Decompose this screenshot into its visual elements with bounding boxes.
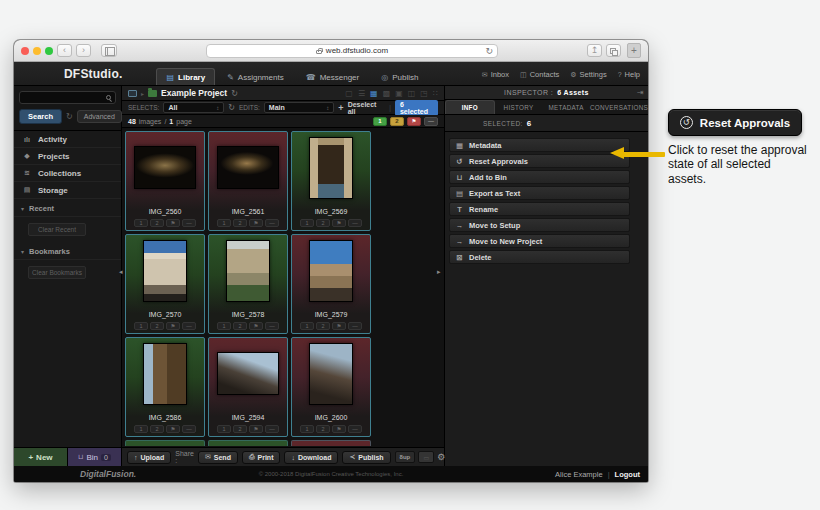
refresh-icon[interactable]: ↻ [231,89,238,98]
approve-2-button[interactable]: 2 [150,219,164,227]
approve-1-button[interactable]: 1 [217,425,231,433]
reject-button[interactable]: — [348,322,362,330]
asset-card-partial[interactable] [125,440,205,446]
collapse-inspector-handle[interactable]: ▸ [437,268,441,276]
eightup-layout-button[interactable]: 8up [395,451,416,463]
new-tab-button[interactable]: + [627,43,641,58]
asset-thumbnail[interactable] [217,146,279,189]
zoom-window-button[interactable] [45,47,53,55]
asset-card-img-2561[interactable]: IMG_2561 12⚑— [208,131,288,231]
sidebar-item-collections[interactable]: ≋Collections [14,165,121,182]
approve-1-button[interactable]: 1 [217,219,231,227]
selected-count-badge[interactable]: 6 selected [395,100,438,116]
menu-item-move-to-setup[interactable]: →Move to Setup [449,218,630,232]
asset-card-img-2600[interactable]: IMG_2600 12⚑— [291,337,371,437]
filter-approved-1-button[interactable]: 1 [373,117,387,126]
workspace-icon[interactable] [128,90,137,97]
flag-button[interactable]: ⚑ [249,219,263,227]
logout-link[interactable]: Logout [615,470,640,479]
asset-card-img-2579[interactable]: IMG_2579 12⚑— [291,234,371,334]
asset-thumbnail[interactable] [309,137,353,199]
asset-thumbnail[interactable] [309,240,353,302]
sidebar-toggle-icon[interactable] [101,44,117,57]
reject-button[interactable]: — [182,219,196,227]
sidebar-item-activity[interactable]: ılıActivity [14,131,121,148]
search-button[interactable]: Search [19,109,62,124]
menu-item-move-to-new-project[interactable]: →Move to New Project [449,234,630,248]
selects-refresh-icon[interactable]: ↻ [228,103,235,112]
download-button[interactable]: ↓Download [284,451,338,464]
settings-link[interactable]: ⚙Settings [570,70,606,79]
tab-library[interactable]: ▤ Library [156,68,215,85]
flag-button[interactable]: ⚑ [166,219,180,227]
approve-2-button[interactable]: 2 [233,425,247,433]
reject-button[interactable]: — [265,425,279,433]
inbox-link[interactable]: ✉Inbox [482,70,509,79]
approve-1-button[interactable]: 1 [300,322,314,330]
approve-1-button[interactable]: 1 [134,425,148,433]
forward-button[interactable]: › [76,44,91,57]
approve-1-button[interactable]: 1 [134,219,148,227]
asset-thumbnail[interactable] [143,343,187,405]
share-button[interactable]: ↥ [587,44,602,57]
help-link[interactable]: ?Help [618,70,640,79]
bookmarks-section-header[interactable]: ▾Bookmarks [14,244,121,260]
filter-approved-2-button[interactable]: 2 [390,117,404,126]
approve-2-button[interactable]: 2 [150,322,164,330]
recent-section-header[interactable]: ▾Recent [14,201,121,217]
collapse-panel-icon[interactable]: ⇥ [637,88,644,97]
clear-recent-button[interactable]: Clear Recent [28,223,86,236]
filter-rejected-button[interactable]: — [424,117,438,126]
reject-button[interactable]: — [348,219,362,227]
reload-icon[interactable]: ↻ [485,46,493,56]
new-project-button[interactable]: +New [14,448,68,466]
tab-info[interactable]: INFO [445,100,495,114]
asset-card-img-2570[interactable]: IMG_2570 12⚑— [125,234,205,334]
tab-metadata[interactable]: METADATA [542,100,590,114]
sidebar-item-projects[interactable]: ◆Projects [14,148,121,165]
flag-button[interactable]: ⚑ [332,425,346,433]
menu-item-rename[interactable]: TRename [449,202,630,216]
asset-thumbnail[interactable] [217,352,279,395]
tab-messenger[interactable]: ☎ Messenger [296,68,370,85]
flag-button[interactable]: ⚑ [166,322,180,330]
print-button[interactable]: ⎙Print [242,451,281,464]
view-grid-icon[interactable]: ▦ [370,89,378,98]
view-mosaic-icon[interactable]: ▩ [383,89,391,98]
approve-2-button[interactable]: 2 [316,322,330,330]
approve-1-button[interactable]: 1 [134,322,148,330]
advanced-search-button[interactable]: Advanced [77,110,122,123]
asset-card-partial[interactable] [208,440,288,446]
collapse-sidebar-handle[interactable]: ◂ [119,268,123,276]
asset-card-img-2560[interactable]: IMG_2560 12⚑— [125,131,205,231]
reject-button[interactable]: — [348,425,362,433]
reject-button[interactable]: — [265,322,279,330]
flag-button[interactable]: ⚑ [332,322,346,330]
publish-button[interactable]: ≺Publish [342,451,390,464]
approve-2-button[interactable]: 2 [316,425,330,433]
menu-item-add-to-bin[interactable]: ⊔Add to Bin [449,170,630,184]
clear-bookmarks-button[interactable]: Clear Bookmarks [28,266,86,279]
asset-thumbnail[interactable] [134,146,196,189]
upload-button[interactable]: ↑Upload [127,451,171,464]
tab-publish[interactable]: ◎ Publish [371,68,428,85]
project-title[interactable]: Example Project [161,88,227,98]
deselect-all-button[interactable]: Deselect all [348,101,386,115]
display-button[interactable]: ▭ [418,451,434,463]
view-frame-icon[interactable]: ▣ [395,89,403,98]
tab-history[interactable]: HISTORY [495,100,543,114]
asset-card-img-2586[interactable]: IMG_2586 12⚑— [125,337,205,437]
search-reset-icon[interactable]: ↻ [66,112,73,121]
asset-thumbnail[interactable] [143,240,187,302]
add-edit-button[interactable]: + [338,103,343,113]
approve-2-button[interactable]: 2 [233,322,247,330]
approve-1-button[interactable]: 1 [300,219,314,227]
edits-dropdown[interactable]: Main↕ [264,102,335,113]
bin-button[interactable]: ⊔Bin0 [68,448,121,466]
address-bar[interactable]: web.dfstudio.com ↻ [206,44,498,58]
contacts-link[interactable]: ◫Contacts [520,70,559,79]
tab-conversations[interactable]: CONVERSATIONS [590,100,648,114]
reject-button[interactable]: — [182,425,196,433]
flag-button[interactable]: ⚑ [332,219,346,227]
back-button[interactable]: ‹ [57,44,72,57]
